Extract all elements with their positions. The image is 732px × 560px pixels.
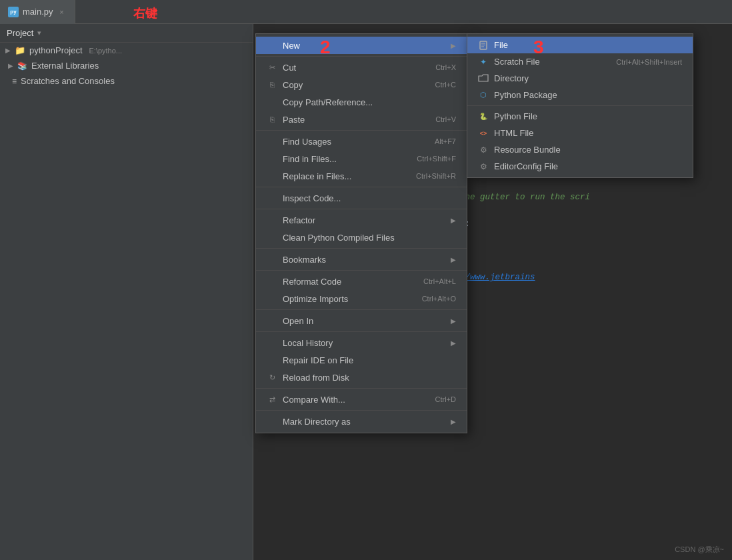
local-history-arrow: ▶ [451, 339, 456, 347]
repair-ide-label: Repair IDE on File [267, 355, 353, 365]
copy-label: ⎘ Copy [267, 79, 303, 90]
annotation-2: 2 [320, 37, 331, 58]
mark-directory-label: Mark Directory as [267, 416, 351, 427]
project-path-hint: E:\pytho... [89, 47, 123, 55]
menu-item-clean-python[interactable]: Clean Python Compiled Files [256, 229, 467, 246]
project-folder-label: pythonProject [29, 45, 83, 55]
resource-bundle-icon: ⚙ [478, 145, 489, 155]
separator-4 [256, 209, 467, 209]
menu-item-copy-path[interactable]: Copy Path/Reference... [256, 93, 467, 111]
external-libraries-label: External Libraries [31, 61, 99, 71]
submenu-item-html-file[interactable]: <> HTML File [467, 125, 693, 141]
submenu-item-file[interactable]: File [467, 37, 693, 53]
scratch-icon: ✦ [478, 57, 489, 67]
submenu-item-python-package[interactable]: ⬡ Python Package [467, 87, 693, 103]
python-file-item-label: 🐍 Python File [478, 111, 537, 121]
menu-item-find-in-files[interactable]: Find in Files... Ctrl+Shift+F [256, 150, 467, 167]
bookmarks-icon [267, 254, 277, 265]
menu-item-replace-in-files[interactable]: Replace in Files... Ctrl+Shift+R [256, 167, 467, 185]
submenu-item-resource-bundle[interactable]: ⚙ Resource Bundle [467, 141, 693, 158]
menu-item-copy[interactable]: ⎘ Copy Ctrl+C [256, 76, 467, 93]
scratches-label: Scratches and Consoles [21, 76, 115, 86]
replace-icon [267, 171, 277, 181]
copy-path-icon [267, 97, 277, 107]
menu-item-reformat[interactable]: Reformat Code Ctrl+Alt+L [256, 273, 467, 290]
context-menu: New ▶ ✂ Cut Ctrl+X ⎘ Copy Ctrl+C Copy Pa… [255, 33, 467, 433]
separator-7 [256, 309, 467, 310]
compare-icon: ⇄ [267, 394, 277, 405]
open-in-label: Open In [267, 315, 313, 326]
sidebar-item-scratches[interactable]: ≡ Scratches and Consoles [0, 73, 253, 89]
find-files-icon [267, 153, 277, 164]
directory-label: Directory [478, 73, 529, 83]
optimize-icon [267, 293, 277, 304]
menu-item-bookmarks[interactable]: Bookmarks ▶ [256, 251, 467, 268]
separator-5 [256, 248, 467, 249]
paste-label: ⎘ Paste [267, 114, 305, 125]
menu-item-open-in[interactable]: Open In ▶ [256, 312, 467, 329]
separator-10 [256, 410, 467, 411]
folder-icon: 📁 [15, 45, 25, 55]
menu-item-paste[interactable]: ⎘ Paste Ctrl+V [256, 111, 467, 128]
local-history-label: Local History [267, 337, 333, 348]
editorconfig-icon: ⚙ [478, 162, 489, 171]
sidebar-item-external-libraries[interactable]: ▶ 📚 External Libraries [0, 58, 253, 73]
submenu-item-editorconfig[interactable]: ⚙ EditorConfig File [467, 158, 693, 175]
project-dropdown-icon[interactable]: ▾ [37, 29, 41, 37]
resource-bundle-label: ⚙ Resource Bundle [478, 145, 561, 155]
reformat-label: Reformat Code [267, 276, 341, 287]
menu-item-find-usages[interactable]: Find Usages Alt+F7 [256, 133, 467, 150]
tab-close-button[interactable]: × [57, 7, 67, 17]
repair-icon [267, 355, 277, 365]
tab-filename: main.py [23, 7, 53, 17]
separator-8 [256, 331, 467, 332]
find-usages-icon [267, 136, 277, 147]
menu-item-repair-ide[interactable]: Repair IDE on File [256, 351, 467, 369]
menu-item-local-history[interactable]: Local History ▶ [256, 334, 467, 351]
compare-with-label: ⇄ Compare With... [267, 394, 345, 405]
inspect-icon [267, 193, 277, 203]
submenu-new: File ✦ Scratch File Ctrl+Alt+Shift+Inser… [467, 33, 693, 178]
menu-item-mark-directory[interactable]: Mark Directory as ▶ [256, 413, 467, 430]
project-label: Project [7, 28, 33, 38]
menu-item-new[interactable]: New ▶ [256, 37, 467, 54]
html-file-item-label: <> HTML File [478, 128, 533, 138]
submenu-item-python-file[interactable]: 🐍 Python File [467, 108, 693, 125]
new-label: New [267, 40, 300, 51]
menu-item-refactor[interactable]: Refactor ▶ [256, 211, 467, 229]
main-py-tab[interactable]: py main.py × [0, 0, 75, 24]
library-icon: 📚 [17, 61, 27, 71]
find-usages-label: Find Usages [267, 136, 331, 147]
submenu-item-directory[interactable]: Directory [467, 70, 693, 87]
separator-1 [256, 56, 467, 57]
cut-icon: ✂ [267, 62, 277, 73]
python-package-icon: ⬡ [478, 91, 489, 99]
menu-item-reload[interactable]: ↻ Reload from Disk [256, 369, 467, 386]
sidebar-item-project[interactable]: ▶ 📁 pythonProject E:\pytho... [0, 43, 253, 58]
directory-icon [478, 74, 489, 83]
annotation-3: 3 [533, 37, 544, 58]
expand-icon: ▶ [5, 47, 11, 54]
new-submenu-arrow: ▶ [451, 42, 456, 49]
menu-item-cut[interactable]: ✂ Cut Ctrl+X [256, 59, 467, 76]
optimize-label: Optimize Imports [267, 293, 348, 304]
python-file-icon: py [8, 7, 19, 17]
mark-dir-icon [267, 416, 277, 427]
mark-dir-arrow: ▶ [451, 418, 456, 425]
menu-item-compare-with[interactable]: ⇄ Compare With... Ctrl+D [256, 391, 467, 408]
editorconfig-label: ⚙ EditorConfig File [478, 161, 558, 171]
replace-in-files-label: Replace in Files... [267, 171, 351, 181]
menu-item-inspect-code[interactable]: Inspect Code... [256, 189, 467, 207]
submenu-item-scratch-file[interactable]: ✦ Scratch File Ctrl+Alt+Shift+Insert [467, 53, 693, 70]
watermark: CSDN @乘凉~ [675, 545, 724, 555]
menu-item-optimize-imports[interactable]: Optimize Imports Ctrl+Alt+O [256, 290, 467, 307]
refactor-icon [267, 215, 277, 225]
refactor-arrow: ▶ [451, 217, 456, 224]
scratches-icon: ≡ [12, 77, 17, 86]
clean-icon [267, 232, 277, 243]
refactor-label: Refactor [267, 215, 315, 225]
open-in-icon [267, 315, 277, 326]
file-icon [478, 41, 489, 50]
separator-9 [256, 388, 467, 389]
chinese-annotation: 右键 [133, 5, 157, 21]
